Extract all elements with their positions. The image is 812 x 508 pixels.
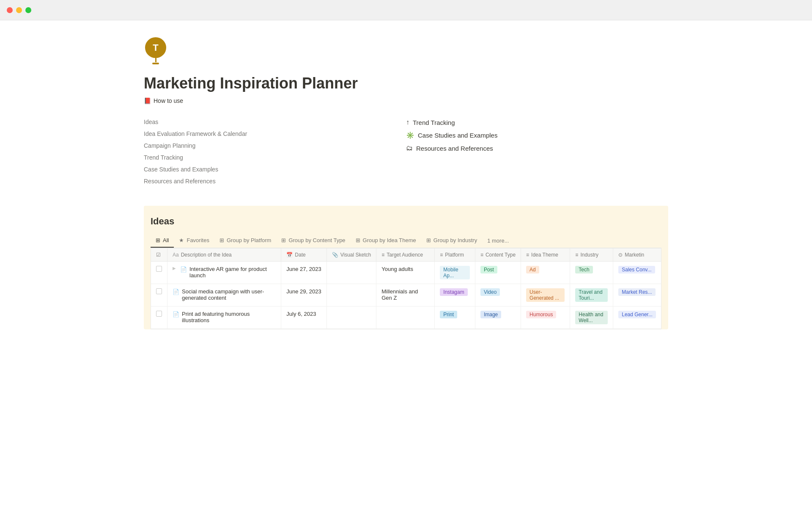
row1-platform-cell: Mobile Ap... [435,262,475,284]
row1-content-type-tag: Post [480,266,497,273]
table-icon-all: ⊞ [156,237,160,243]
row2-content-type-cell: Video [475,284,521,306]
row3-description-cell[interactable]: 📄 Print ad featuring humorous illustrati… [167,306,281,329]
close-button[interactable] [7,7,13,13]
col-platform[interactable]: ≡ Platform [435,248,475,262]
page-title: Marketing Inspiration Planner [144,75,668,92]
row2-content-type-tag: Video [480,288,500,296]
ideas-table: ☑ Aa Description of the Idea 📅 [151,248,661,329]
row3-marketing-tag: Lead Gener... [618,311,656,318]
checkbox-icon: ☑ [156,252,161,258]
table-icon-content: ⊞ [281,237,286,243]
row1-audience-cell: Young adults [376,262,435,284]
row3-checkbox[interactable] [156,311,162,317]
text-icon: Aa [173,252,179,258]
table-row: 📄 Social media campaign with user-genera… [151,284,661,306]
table-icon-platform: ⊞ [219,237,224,243]
row2-marketing-cell: Market Res... [613,284,661,306]
ideas-tabs: ⊞ All ★ Favorites ⊞ Group by Platform ⊞ … [151,234,661,248]
list-icon-platform: ≡ [440,252,443,258]
doc-icon-1: 📄 [180,266,187,273]
row2-audience-cell: Millennials and Gen Z [376,284,435,306]
col-industry[interactable]: ≡ Industry [570,248,613,262]
table-header-row: ☑ Aa Description of the Idea 📅 [151,248,661,262]
app-logo: T [144,37,167,64]
row1-expand-button[interactable]: ▶ [173,266,176,271]
row3-content-type-tag: Image [480,311,501,318]
more-tabs-button[interactable]: 1 more... [482,234,514,247]
ideas-table-container: ☑ Aa Description of the Idea 📅 [151,248,661,329]
nav-link-ideas[interactable]: Ideas [144,118,406,126]
how-to-use-link[interactable]: 📕 How to use [144,97,668,104]
row3-checkbox-cell[interactable] [151,306,167,329]
row1-checkbox[interactable] [156,266,162,272]
tab-group-content[interactable]: ⊞ Group by Content Type [276,234,350,248]
row3-idea-theme-cell: Humorous [521,306,570,329]
col-description[interactable]: Aa Description of the Idea [167,248,281,262]
tab-group-industry[interactable]: ⊞ Group by Industry [421,234,482,248]
main-content: T Marketing Inspiration Planner 📕 How to… [110,20,702,346]
row1-platform-tag: Mobile Ap... [440,266,470,279]
tab-group-platform[interactable]: ⊞ Group by Platform [214,234,277,248]
table-icon-industry: ⊞ [426,237,431,243]
row1-marketing-tag: Sales Conv... [618,266,655,273]
row1-industry-cell: Tech [570,262,613,284]
tab-all[interactable]: ⊞ All [151,234,174,248]
nav-grid: Ideas Idea Evaluation Framework & Calend… [144,118,668,185]
col-idea-theme[interactable]: ≡ Idea Theme [521,248,570,262]
row3-marketing-cell: Lead Gener... [613,306,661,329]
row3-content-type-cell: Image [475,306,521,329]
col-content-type[interactable]: ≡ Content Type [475,248,521,262]
row3-platform-cell: Print [435,306,475,329]
circle-icon: ⊙ [618,252,623,258]
col-marketing[interactable]: ⊙ Marketin [613,248,661,262]
row3-audience-cell [376,306,435,329]
window-chrome [0,0,812,20]
featured-link-trend[interactable]: ↑ Trend Tracking [406,118,668,127]
logo-stem [155,58,156,62]
row2-industry-cell: Travel and Touri... [570,284,613,306]
col-target-audience[interactable]: ≡ Target Audience [376,248,435,262]
row2-idea-theme-cell: User-Generated ... [521,284,570,306]
row1-sketch-cell [326,262,376,284]
col-date[interactable]: 📅 Date [281,248,326,262]
row3-industry-cell: Health and Well... [570,306,613,329]
paperclip-icon: 📎 [332,252,338,258]
doc-icon-3: 📄 [173,311,179,318]
col-visual-sketch[interactable]: 📎 Visual Sketch [326,248,376,262]
maximize-button[interactable] [25,7,31,13]
row1-description-cell[interactable]: ▶ 📄 Interactive AR game for product laun… [167,262,281,284]
col-checkbox: ☑ [151,248,167,262]
folder-icon: 🗂 [406,144,413,152]
nav-left: Ideas Idea Evaluation Framework & Calend… [144,118,406,185]
calendar-icon: 📅 [286,252,293,258]
row2-platform-tag: Instagam [440,288,467,296]
logo-area: T [144,37,668,64]
logo-base [152,63,159,64]
featured-link-resources[interactable]: 🗂 Resources and References [406,144,668,153]
row1-marketing-cell: Sales Conv... [613,262,661,284]
nav-link-campaign[interactable]: Campaign Planning [144,141,406,150]
row2-date-cell: June 29, 2023 [281,284,326,306]
nav-link-trend[interactable]: Trend Tracking [144,153,406,162]
book-icon: 📕 [144,97,151,104]
list-icon-theme: ≡ [526,252,529,258]
tab-favorites[interactable]: ★ Favorites [174,234,214,248]
featured-link-case-studies[interactable]: ✳️ Case Studies and Examples [406,130,668,140]
row1-date-cell: June 27, 2023 [281,262,326,284]
row1-checkbox-cell[interactable] [151,262,167,284]
row1-idea-theme-tag: Ad [526,266,539,273]
tab-group-theme[interactable]: ⊞ Group by Idea Theme [351,234,421,248]
row2-checkbox-cell[interactable] [151,284,167,306]
ideas-section: Ideas ⊞ All ★ Favorites ⊞ Group by Platf… [144,206,668,329]
row2-description-cell[interactable]: 📄 Social media campaign with user-genera… [167,284,281,306]
row2-checkbox[interactable] [156,288,162,294]
minimize-button[interactable] [16,7,22,13]
nav-link-framework[interactable]: Idea Evaluation Framework & Calendar [144,130,406,138]
row3-idea-theme-tag: Humorous [526,311,556,318]
row1-industry-tag: Tech [575,266,593,273]
nav-link-case-studies[interactable]: Case Studies and Examples [144,165,406,174]
nav-link-resources[interactable]: Resources and References [144,177,406,185]
row3-industry-tag: Health and Well... [575,311,608,324]
list-icon-industry: ≡ [575,252,578,258]
